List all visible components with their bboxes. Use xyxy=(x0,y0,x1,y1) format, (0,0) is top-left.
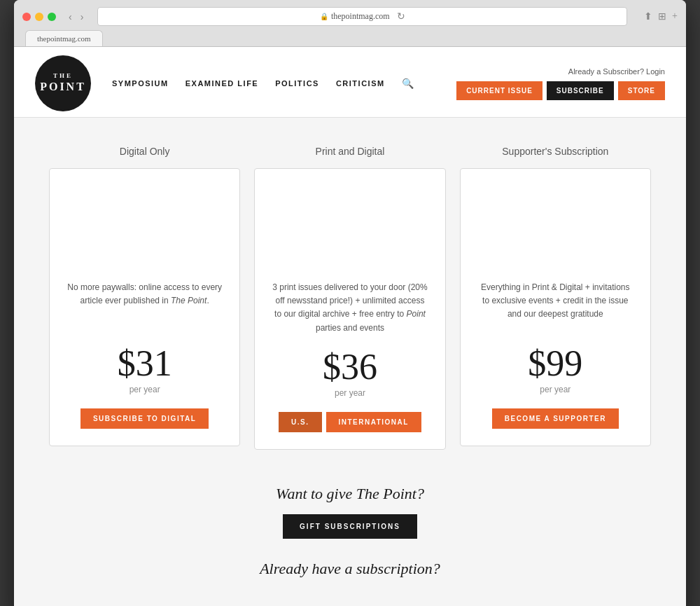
address-bar[interactable]: 🔒 thepointmag.com ↻ xyxy=(97,7,627,26)
add-tab-icon[interactable]: + xyxy=(672,11,678,22)
url-text: thepointmag.com xyxy=(331,11,390,22)
store-button[interactable]: STORE xyxy=(618,81,665,100)
subscribe-button[interactable]: SUBSCRIBE xyxy=(547,81,614,100)
back-button[interactable]: ‹ xyxy=(66,11,75,22)
digital-only-per-year: per year xyxy=(130,385,160,394)
current-issue-button[interactable]: CURRENT ISSUE xyxy=(456,81,542,100)
international-button[interactable]: INTERNATIONAL xyxy=(326,412,421,432)
main-content: Digital Only xyxy=(14,118,686,606)
logo-line1: THE xyxy=(53,72,73,81)
nav-criticism[interactable]: CRITICISM xyxy=(336,79,385,88)
already-question: Already have a subscription? xyxy=(49,560,651,578)
header-right: Already a Subscriber? Login CURRENT ISSU… xyxy=(456,67,665,100)
lock-icon: 🔒 xyxy=(320,13,328,20)
digital-only-title: Digital Only xyxy=(120,146,170,157)
print-digital-description: 3 print issues delivered to your door (2… xyxy=(272,281,428,335)
gift-subscriptions-button[interactable]: GIFT SUBSCRIPTIONS xyxy=(283,514,417,539)
pricing-section: Digital Only xyxy=(49,146,651,450)
gift-section: Want to give The Point? GIFT SUBSCRIPTIO… xyxy=(49,485,651,539)
subscriber-login-text[interactable]: Already a Subscriber? Login xyxy=(568,67,665,76)
header-buttons: CURRENT ISSUE SUBSCRIBE STORE xyxy=(456,81,665,100)
logo-line2: POINT xyxy=(40,80,86,95)
browser-window: ‹ › 🔒 thepointmag.com ↻ ⬆ ⊞ + thepointma… xyxy=(14,0,686,606)
become-supporter-button[interactable]: BECOME A SUPPORTER xyxy=(492,408,619,429)
supporters-title: Supporter's Subscription xyxy=(502,146,608,157)
close-button[interactable] xyxy=(22,13,31,21)
nav-examined-life[interactable]: EXAMINED LIFE xyxy=(186,79,258,88)
tab-bar: thepointmag.com xyxy=(22,30,678,46)
digital-only-column: Digital Only xyxy=(49,146,240,450)
search-icon[interactable]: 🔍 xyxy=(402,78,414,90)
print-digital-per-year: per year xyxy=(335,388,365,398)
supporters-description: Everything in Print & Digital + invitati… xyxy=(477,281,634,331)
supporters-card: Everything in Print & Digital + invitati… xyxy=(460,168,651,446)
gift-question: Want to give The Point? xyxy=(49,485,651,503)
browser-actions: ⬆ ⊞ + xyxy=(644,11,678,22)
active-tab[interactable]: thepointmag.com xyxy=(25,30,103,46)
nav-symposium[interactable]: SYMPOSIUM xyxy=(112,79,169,88)
nav-politics[interactable]: POLITICS xyxy=(275,79,319,88)
print-digital-title: Print and Digital xyxy=(316,146,385,157)
digital-only-card: No more paywalls: online access to every… xyxy=(49,168,240,446)
supporters-price: $99 xyxy=(528,345,582,382)
browser-chrome: ‹ › 🔒 thepointmag.com ↻ ⬆ ⊞ + thepointma… xyxy=(14,0,686,47)
digital-only-description: No more paywalls: online access to every… xyxy=(66,281,223,331)
minimize-button[interactable] xyxy=(35,13,43,21)
print-digital-buttons: U.S. INTERNATIONAL xyxy=(279,412,421,432)
supporters-column: Supporter's Subscription xyxy=(460,146,651,450)
share-icon[interactable]: ⬆ xyxy=(644,11,652,22)
tab-label: thepointmag.com xyxy=(37,34,91,43)
header-top: THE POINT SYMPOSIUM EXAMINED LIFE POLITI… xyxy=(35,47,665,117)
site-header: THE POINT SYMPOSIUM EXAMINED LIFE POLITI… xyxy=(14,47,686,118)
site-content: THE POINT SYMPOSIUM EXAMINED LIFE POLITI… xyxy=(14,47,686,606)
already-section: Already have a subscription? xyxy=(49,560,651,592)
us-button[interactable]: U.S. xyxy=(279,412,321,432)
print-digital-price: $36 xyxy=(323,349,377,385)
digital-only-price: $31 xyxy=(118,345,172,382)
maximize-button[interactable] xyxy=(48,13,56,21)
site-logo[interactable]: THE POINT xyxy=(35,55,91,111)
supporters-per-year: per year xyxy=(540,385,570,394)
new-tab-icon[interactable]: ⊞ xyxy=(658,11,666,22)
print-digital-card: 3 print issues delivered to your door (2… xyxy=(254,168,445,450)
header-nav: SYMPOSIUM EXAMINED LIFE POLITICS CRITICI… xyxy=(112,78,456,90)
print-digital-column: Print and Digital xyxy=(254,146,445,450)
subscribe-to-digital-button[interactable]: SUBSCRIBE TO DIGITAL xyxy=(80,408,209,429)
forward-button[interactable]: › xyxy=(78,11,87,22)
reload-icon: ↻ xyxy=(397,11,405,22)
